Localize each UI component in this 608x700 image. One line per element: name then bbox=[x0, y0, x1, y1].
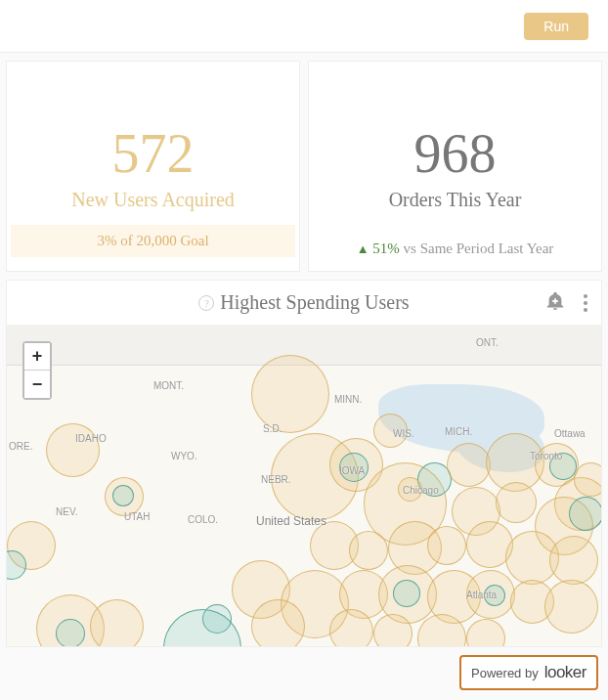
data-bubble bbox=[427, 526, 466, 565]
region-label: MICH. bbox=[445, 426, 472, 437]
region-label: COLO. bbox=[188, 514, 218, 525]
kpi-compare-orders: ▲ 51% vs Same Period Last Year bbox=[317, 241, 593, 257]
kpi-value-new-users: 572 bbox=[112, 122, 195, 185]
powered-by-badge[interactable]: Powered by looker bbox=[459, 655, 598, 690]
region-label: NEV. bbox=[56, 506, 77, 517]
kpi-row: 572 New Users Acquired 3% of 20,000 Goal… bbox=[0, 53, 608, 280]
region-label: WIS. bbox=[393, 428, 414, 439]
region-label: Atlanta bbox=[466, 590, 497, 600]
data-bubble bbox=[251, 355, 329, 433]
powered-by-text: Powered by bbox=[471, 666, 539, 680]
data-bubble bbox=[251, 599, 305, 646]
topbar: Run bbox=[0, 0, 608, 53]
kpi-value-orders: 968 bbox=[414, 122, 497, 185]
region-label: MONT. bbox=[153, 380, 184, 391]
map-header-actions bbox=[544, 290, 591, 316]
region-label: ONT. bbox=[476, 337, 499, 348]
region-label: S.D. bbox=[263, 423, 282, 434]
data-bubble bbox=[90, 599, 144, 646]
help-icon[interactable]: ? bbox=[198, 295, 214, 311]
data-bubble bbox=[329, 609, 373, 646]
kpi-goal-progress: 3% of 20,000 Goal bbox=[11, 225, 295, 257]
delta-percent: 51% bbox=[372, 241, 400, 256]
data-bubble bbox=[549, 536, 598, 585]
run-button[interactable]: Run bbox=[524, 13, 588, 40]
region-label: ORE. bbox=[9, 441, 32, 452]
zoom-in-button[interactable]: + bbox=[24, 343, 50, 371]
data-bubble bbox=[393, 580, 420, 607]
kpi-card-new-users: 572 New Users Acquired 3% of 20,000 Goal bbox=[6, 61, 300, 272]
region-label: MINN. bbox=[334, 394, 362, 405]
data-bubble bbox=[496, 482, 537, 523]
data-bubble bbox=[574, 462, 601, 497]
zoom-out-button[interactable]: − bbox=[24, 371, 50, 398]
data-bubble bbox=[56, 619, 85, 646]
data-bubble bbox=[544, 580, 598, 634]
region-label: IOWA bbox=[339, 465, 365, 476]
map-card: ? Highest Spending Users + − United Stat… bbox=[6, 280, 602, 647]
bell-add-icon[interactable] bbox=[544, 290, 566, 316]
delta-up-icon: ▲ bbox=[357, 241, 369, 256]
data-bubble bbox=[569, 497, 601, 531]
region-label: Ottawa bbox=[554, 428, 586, 439]
kpi-card-orders: 968 Orders This Year ▲ 51% vs Same Perio… bbox=[308, 61, 602, 272]
data-bubble bbox=[349, 531, 388, 570]
map-header: ? Highest Spending Users bbox=[7, 281, 601, 326]
map-title: ? Highest Spending Users bbox=[198, 291, 409, 314]
region-label: WYO. bbox=[171, 451, 197, 461]
map-viewport[interactable]: + − United States ONT. MONT. IDAHO ORE. … bbox=[7, 326, 601, 646]
region-label: Toronto bbox=[530, 451, 562, 461]
data-bubble bbox=[447, 443, 491, 487]
kpi-label-new-users: New Users Acquired bbox=[71, 189, 235, 211]
country-label: United States bbox=[256, 514, 326, 528]
map-title-text: Highest Spending Users bbox=[220, 291, 409, 314]
kebab-menu-icon[interactable] bbox=[580, 290, 591, 316]
region-label: Chicago bbox=[403, 485, 439, 496]
zoom-control: + − bbox=[22, 341, 52, 400]
data-bubble bbox=[112, 485, 134, 506]
region-label: NEBR. bbox=[261, 474, 291, 485]
region-label: IDAHO bbox=[75, 433, 107, 444]
looker-logo: looker bbox=[544, 663, 586, 682]
data-bubble bbox=[373, 614, 413, 646]
compare-text: vs Same Period Last Year bbox=[400, 241, 554, 256]
data-bubble bbox=[46, 423, 100, 477]
kpi-label-orders: Orders This Year bbox=[389, 189, 522, 211]
region-label: UTAH bbox=[124, 511, 150, 522]
